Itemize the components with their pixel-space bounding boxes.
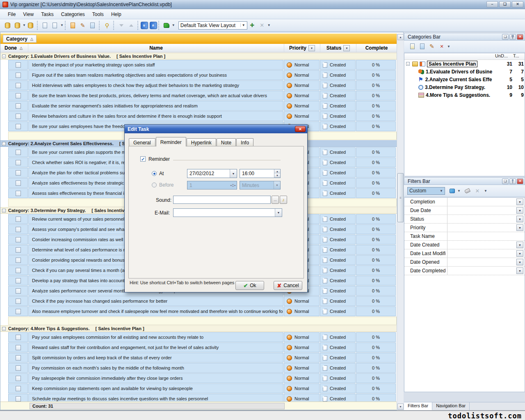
- ok-button[interactable]: ✔ Ok: [235, 281, 264, 290]
- done-checkbox[interactable]: [16, 124, 21, 129]
- task-row[interactable]: Evaluate the senior management's sales i…: [0, 101, 397, 111]
- task-name-cell[interactable]: Schedule regular meetings to discuss sal…: [28, 394, 283, 402]
- done-checkbox[interactable]: [16, 227, 21, 232]
- collapse-icon[interactable]: -: [2, 55, 6, 58]
- sound-input[interactable]: [173, 196, 271, 204]
- done-checkbox[interactable]: [16, 160, 21, 165]
- filter-dropdown-icon[interactable]: ▼: [457, 189, 461, 193]
- restore-button[interactable]: ❏: [499, 1, 511, 7]
- filter-dropdown-button[interactable]: ▼: [516, 259, 523, 265]
- task-row[interactable]: Hold interviews with sales employees to …: [0, 80, 397, 90]
- task-row[interactable]: Pay salespeople their commission immedia…: [0, 373, 397, 383]
- task-row[interactable]: Identify the impact of your marketing st…: [0, 60, 397, 70]
- save-database-button[interactable]: [26, 21, 35, 30]
- tab-filters-bar[interactable]: Filters Bar: [404, 402, 432, 410]
- done-checkbox[interactable]: [16, 345, 21, 350]
- delete-task-button[interactable]: [88, 21, 97, 30]
- task-row[interactable]: Reward sales staff for their contributio…: [0, 342, 397, 352]
- group-by-chip[interactable]: Category △: [3, 35, 37, 43]
- filter-row[interactable]: Date Last Modifie▼: [404, 249, 525, 258]
- reminder-time-spinner[interactable]: 16:00 ▲▼: [240, 169, 281, 178]
- column-priority[interactable]: Priority ▼: [284, 44, 320, 52]
- filter-row[interactable]: Status▼: [404, 215, 525, 224]
- done-checkbox[interactable]: [16, 396, 21, 402]
- done-checkbox[interactable]: [16, 191, 21, 196]
- task-row[interactable]: Review behaviors and culture in the sale…: [0, 111, 397, 121]
- filter-row[interactable]: Date Opened▼: [404, 258, 525, 267]
- preview-dropdown-icon[interactable]: ▼: [60, 23, 64, 27]
- column-complete[interactable]: Complete: [356, 44, 397, 52]
- notify-button[interactable]: [162, 21, 171, 30]
- task-row[interactable]: Check if the pay increase has changed sa…: [0, 296, 397, 306]
- vertical-scrollbar[interactable]: ▲ ≡ ▼: [397, 34, 404, 410]
- date-dropdown-icon[interactable]: ▼: [230, 169, 237, 178]
- collapse-icon[interactable]: -: [406, 62, 410, 66]
- collapse-icon[interactable]: -: [2, 142, 6, 146]
- filter-dropdown-button[interactable]: ▼: [516, 250, 523, 257]
- menu-view[interactable]: View: [19, 10, 37, 18]
- filter-dropdown-button[interactable]: ▼: [516, 216, 523, 222]
- open-database-button[interactable]: [13, 21, 22, 30]
- task-name-cell[interactable]: Identify the impact of your marketing st…: [28, 60, 283, 70]
- category-header-row[interactable]: -Category: 1.Evaluate Drivers of Busines…: [0, 53, 397, 59]
- tab-note[interactable]: Note: [217, 138, 236, 146]
- email-combo[interactable]: ▼: [173, 208, 282, 217]
- tree-row[interactable]: 3.Determine Pay Strategy.1010: [404, 83, 525, 91]
- dialog-close-button[interactable]: ✕: [295, 126, 306, 132]
- new-task-button[interactable]: [68, 21, 78, 30]
- restore-pane-button[interactable]: ❏: [502, 178, 509, 184]
- menu-file[interactable]: File: [4, 10, 19, 18]
- filter-preset-combo[interactable]: Custom ▼: [407, 187, 445, 195]
- print-preview-button[interactable]: [50, 21, 59, 30]
- task-name-cell[interactable]: Pay salespeople their commission immedia…: [28, 373, 283, 383]
- tab-info[interactable]: Info: [236, 138, 253, 146]
- scroll-thumb[interactable]: ≡: [397, 173, 404, 222]
- filter-dropdown-button[interactable]: ▼: [516, 224, 523, 231]
- tree-row[interactable]: -Sales Incentive Plan3131: [404, 60, 525, 68]
- task-name-cell[interactable]: Pay your sales employees commission for …: [28, 332, 283, 342]
- tree-row[interactable]: 4.More Tips & Suggestions.99: [404, 91, 525, 99]
- task-name-cell[interactable]: Split commission by orders and keep trac…: [28, 353, 283, 363]
- task-name-cell[interactable]: Reward sales staff for their contributio…: [28, 342, 283, 352]
- task-name-cell[interactable]: Keep commission pay statements open and …: [28, 383, 283, 393]
- apply-filter-button[interactable]: [447, 186, 457, 195]
- done-checkbox[interactable]: [16, 268, 21, 273]
- done-checkbox[interactable]: [16, 180, 21, 186]
- reminder-checkbox[interactable]: ✓: [140, 156, 146, 162]
- column-name[interactable]: Name: [28, 44, 284, 52]
- task-name-cell[interactable]: Figure out if the sales team realizes ma…: [28, 70, 283, 80]
- layout-combo[interactable]: Default Task View Layout ▼: [178, 21, 247, 30]
- categories-toolbar-dropdown-icon[interactable]: ▼: [447, 45, 450, 48]
- view-glasses-button[interactable]: ⚲: [103, 21, 112, 30]
- task-row[interactable]: Pay commission on each month's sales by …: [0, 363, 397, 373]
- status-filter-button[interactable]: ▼: [343, 45, 350, 51]
- menu-tasks[interactable]: Tasks: [37, 10, 57, 18]
- task-row[interactable]: Schedule regular meetings to discuss sal…: [0, 394, 397, 402]
- menu-categories[interactable]: Categories: [57, 10, 89, 18]
- menu-tools[interactable]: Tools: [89, 10, 107, 18]
- done-checkbox[interactable]: [16, 335, 21, 340]
- filter-dropdown-button[interactable]: ▼: [516, 199, 523, 205]
- dialog-titlebar[interactable]: Edit Task ✕: [125, 125, 307, 133]
- task-row[interactable]: Pay your sales employees commission for …: [0, 332, 397, 342]
- done-checkbox[interactable]: [16, 278, 21, 283]
- collapse-all-button[interactable]: «: [150, 22, 157, 29]
- column-undone[interactable]: UnD...: [495, 53, 513, 59]
- task-row[interactable]: Be sure the team knows the best products…: [0, 91, 397, 100]
- column-done[interactable]: Done △: [0, 44, 28, 52]
- done-checkbox[interactable]: [16, 83, 21, 88]
- category-header-row[interactable]: -Category: 4.More Tips & Suggestions.[ S…: [0, 325, 397, 332]
- tab-hyperlink[interactable]: Hyperlink: [187, 138, 216, 146]
- task-name-cell[interactable]: Hold interviews with sales employees to …: [28, 80, 283, 90]
- reminder-date-combo[interactable]: 27/02/2012 ▼: [187, 169, 237, 178]
- new-category-button[interactable]: [408, 42, 417, 51]
- filter-row[interactable]: Completion▼: [404, 198, 525, 206]
- done-checkbox[interactable]: [16, 365, 21, 371]
- clear-filter-button[interactable]: [463, 186, 472, 195]
- edit-task-button[interactable]: ✎: [78, 21, 87, 30]
- tab-general[interactable]: General: [129, 138, 155, 146]
- new-database-button[interactable]: [3, 21, 12, 30]
- task-name-cell[interactable]: Evaluate the senior management's sales i…: [28, 101, 283, 111]
- print-button[interactable]: [41, 21, 50, 30]
- done-checkbox[interactable]: [16, 103, 21, 109]
